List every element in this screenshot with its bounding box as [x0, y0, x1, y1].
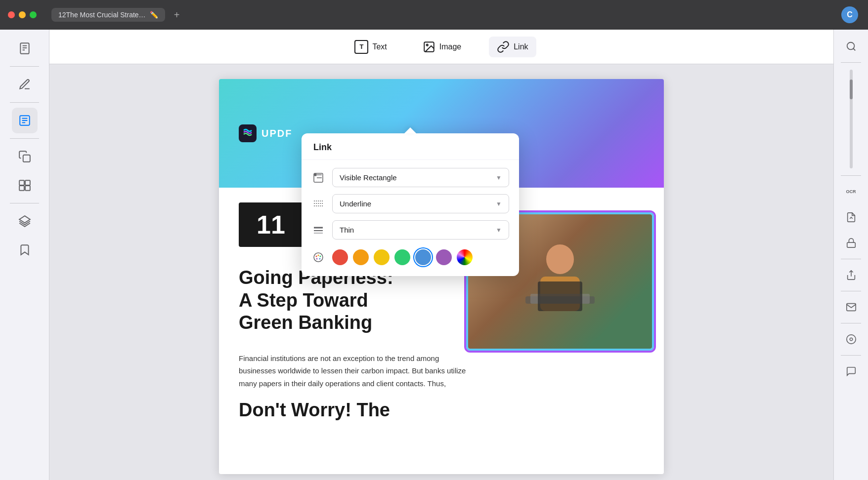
shape-chevron-icon: ▼	[496, 174, 502, 181]
shape-select[interactable]: Visible Rectangle ▼	[332, 168, 509, 187]
sidebar-divider-2	[10, 102, 39, 103]
sidebar-divider-1	[10, 66, 39, 67]
link-popup-header: Link	[302, 133, 519, 160]
ocr-button[interactable]: OCR	[840, 181, 862, 202]
main-content: T Text Image Link	[49, 30, 833, 480]
thickness-lines-icon	[313, 225, 324, 236]
right-divider-1	[841, 62, 861, 63]
svg-rect-20	[538, 281, 582, 311]
image-tool-button[interactable]: Image	[415, 37, 469, 57]
palette-icon	[313, 252, 324, 263]
titlebar: 12The Most Crucial Strate… ✏️ + C	[0, 0, 868, 30]
right-divider-3	[841, 259, 861, 259]
link-popup: Link Visi	[302, 133, 519, 276]
edit-tab-icon[interactable]: ✏️	[150, 11, 158, 19]
right-divider-5	[841, 323, 861, 323]
svg-point-40	[850, 338, 853, 341]
svg-point-15	[426, 44, 428, 45]
convert-button[interactable]	[840, 206, 862, 228]
person-silhouette-svg	[511, 232, 609, 331]
svg-point-29	[314, 253, 323, 262]
thickness-select[interactable]: Thin ▼	[332, 220, 509, 240]
sidebar-item-annotate[interactable]	[12, 72, 38, 97]
svg-point-30	[316, 256, 317, 257]
thickness-label: Thin	[340, 226, 354, 234]
svg-point-31	[318, 255, 319, 256]
shape-select-label: Visible Rectangle	[340, 173, 397, 182]
tab-title-text: 12The Most Crucial Strate…	[58, 11, 146, 19]
active-tab[interactable]: 12The Most Crucial Strate… ✏️	[51, 8, 165, 22]
svg-point-32	[320, 256, 321, 257]
sidebar-divider-4	[10, 203, 39, 203]
pdf-body-text: Financial institutions are not an except…	[239, 352, 466, 390]
link-tool-label: Link	[514, 42, 528, 51]
search-button[interactable]	[840, 36, 862, 57]
close-button[interactable]	[8, 11, 15, 18]
svg-point-22	[314, 174, 316, 176]
minimize-button[interactable]	[19, 11, 26, 18]
link-popup-body: Visible Rectangle ▼	[302, 160, 519, 276]
color-orange[interactable]	[353, 249, 369, 265]
user-avatar[interactable]: C	[841, 6, 858, 23]
page-scrollbar[interactable]	[850, 70, 853, 168]
sidebar-item-document[interactable]	[12, 36, 38, 61]
share-button[interactable]	[840, 264, 862, 286]
color-yellow[interactable]	[374, 249, 390, 265]
svg-rect-37	[847, 242, 855, 247]
svg-point-34	[316, 258, 318, 260]
thickness-chevron-icon: ▼	[496, 227, 502, 234]
color-teal[interactable]	[394, 249, 410, 265]
sidebar-item-copy[interactable]	[12, 144, 38, 169]
add-tab-button[interactable]: +	[174, 9, 180, 21]
page-scrollbar-thumb[interactable]	[850, 80, 853, 99]
line-style-label: Underline	[340, 200, 371, 208]
sidebar-item-organize[interactable]	[12, 172, 38, 198]
updf-logo-icon	[239, 124, 257, 142]
link-tool-button[interactable]: Link	[489, 37, 536, 57]
svg-line-36	[853, 48, 855, 50]
svg-rect-11	[19, 186, 24, 191]
text-tool-button[interactable]: T Text	[347, 36, 394, 58]
comment-button[interactable]	[840, 360, 862, 382]
svg-rect-9	[19, 180, 24, 185]
color-purple[interactable]	[436, 249, 452, 265]
image-tool-icon	[423, 40, 435, 53]
save-button[interactable]	[840, 328, 862, 350]
right-divider-6	[841, 355, 861, 356]
line-style-icon	[311, 197, 325, 211]
line-style-chevron-icon: ▼	[496, 200, 502, 207]
underline-icon	[313, 199, 324, 209]
color-picker-button[interactable]	[457, 249, 473, 265]
updf-logo: UPDF	[239, 124, 292, 142]
heading-line3: Green Banking	[239, 312, 372, 333]
sidebar-item-edit[interactable]	[12, 108, 38, 133]
color-red[interactable]	[332, 249, 348, 265]
color-blue[interactable]	[415, 249, 431, 265]
updf-logo-text: UPDF	[261, 128, 292, 139]
svg-point-35	[847, 42, 854, 50]
link-tool-icon	[497, 40, 510, 53]
lock-button[interactable]	[840, 232, 862, 254]
sidebar-item-bookmark[interactable]	[12, 237, 38, 263]
ocr-label: OCR	[846, 189, 856, 194]
svg-rect-12	[25, 186, 30, 191]
app-body: T Text Image Link	[0, 30, 868, 480]
sidebar-item-layers[interactable]	[12, 208, 38, 234]
thickness-icon	[311, 223, 325, 237]
svg-point-16	[546, 244, 574, 274]
popup-arrow	[404, 127, 416, 133]
svg-point-33	[319, 258, 321, 260]
number-box: 11	[239, 202, 303, 247]
top-toolbar: T Text Image Link	[49, 30, 833, 64]
number-text: 11	[257, 210, 285, 240]
email-button[interactable]	[840, 296, 862, 318]
line-style-row: Underline ▼	[311, 194, 509, 213]
thickness-row: Thin ▼	[311, 220, 509, 240]
maximize-button[interactable]	[30, 11, 37, 18]
svg-rect-0	[20, 43, 29, 54]
svg-rect-8	[23, 155, 30, 162]
pdf-area[interactable]: UPDF 11	[49, 64, 833, 480]
color-icon	[311, 250, 325, 264]
line-style-select[interactable]: Underline ▼	[332, 194, 509, 213]
text-tool-icon: T	[354, 40, 368, 54]
